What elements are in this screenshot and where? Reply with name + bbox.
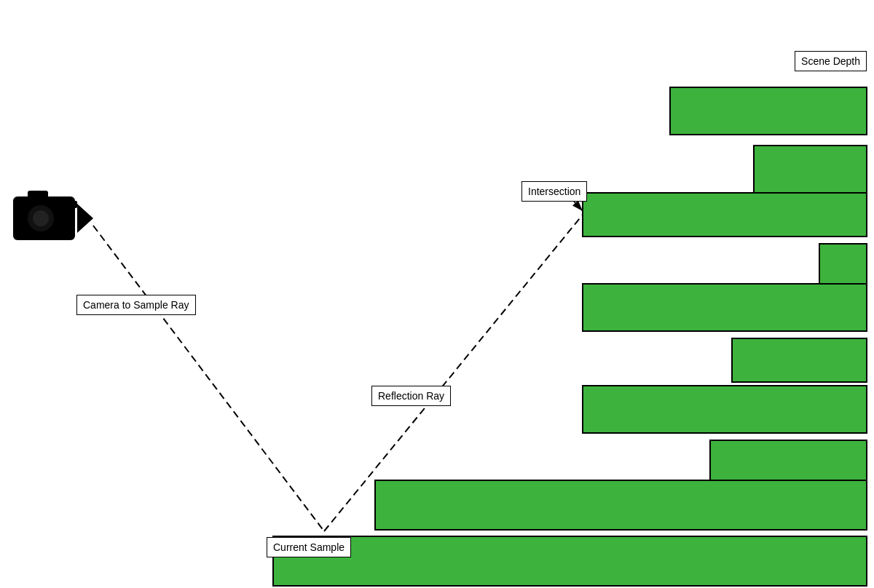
bar-2	[754, 146, 867, 200]
bar-6	[732, 338, 867, 382]
svg-point-2	[33, 210, 49, 226]
current-sample-label: Current Sample	[267, 537, 351, 557]
bar-5	[583, 284, 867, 331]
reflection-ray-label: Reflection Ray	[371, 386, 451, 406]
diagram-canvas: Scene Depth Intersection Camera to Sampl…	[0, 0, 874, 588]
bar-3	[583, 193, 867, 237]
camera-icon	[13, 191, 93, 240]
camera-ray-label: Camera to Sample Ray	[76, 295, 196, 315]
bar-9	[375, 480, 867, 530]
diagram-svg	[0, 0, 874, 588]
scene-depth-label: Scene Depth	[795, 51, 867, 71]
bar-10	[273, 536, 867, 586]
bar-7	[583, 386, 867, 433]
svg-marker-5	[77, 204, 93, 233]
bar-1	[670, 87, 867, 135]
camera-to-sample-line	[93, 226, 324, 531]
intersection-label: Intersection	[521, 181, 587, 202]
svg-rect-4	[66, 201, 77, 208]
svg-rect-3	[28, 191, 48, 199]
bar-8	[710, 440, 867, 484]
